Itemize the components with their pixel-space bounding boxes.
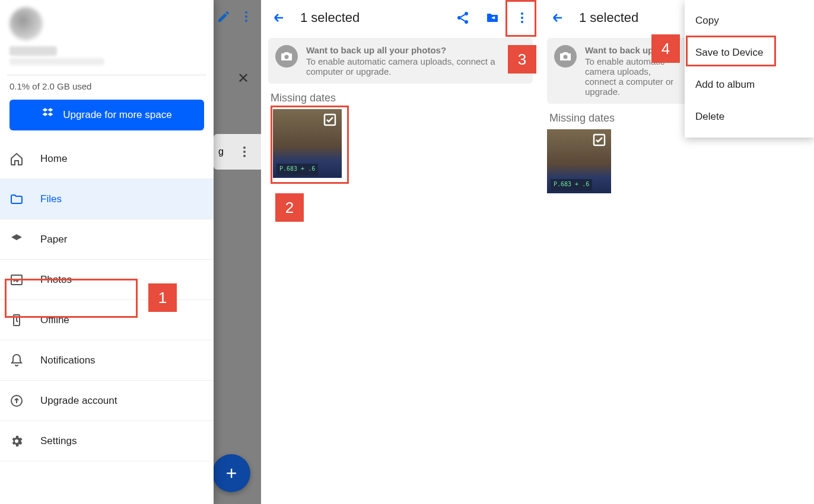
nav-home-label: Home — [40, 153, 67, 165]
move-button[interactable] — [479, 5, 505, 31]
promo-title: Want to back up all your photos? — [585, 45, 656, 55]
user-email-blurred — [9, 58, 104, 65]
panel-3-menu: 1 selected Want to back up all your phot… — [540, 0, 814, 504]
svg-point-15 — [285, 55, 289, 59]
nav-photos-label: Photos — [40, 274, 72, 286]
layers-icon — [9, 232, 24, 247]
nav-paper[interactable]: Paper — [0, 219, 214, 260]
callout-number-3: 3 — [508, 45, 536, 74]
storage-usage-text: 0.1% of 2.0 GB used — [0, 79, 214, 100]
background-dimmed: ✕ g — [214, 0, 261, 504]
fab-add[interactable]: + — [212, 454, 250, 492]
photo-thumbnail[interactable]: P.683 + .6 — [547, 129, 611, 193]
nav-offline[interactable]: Offline — [0, 300, 214, 340]
callout-number-2: 2 — [275, 193, 304, 222]
appbar: 1 selected — [261, 0, 540, 36]
drawer-header — [0, 0, 214, 69]
nav-list: Home Files Paper Photos Offline Notifica… — [0, 139, 214, 504]
menu-item-save-to-device[interactable]: Save to Device — [685, 37, 814, 69]
overflow-menu-button[interactable] — [509, 5, 535, 31]
section-missing-dates: Missing dates — [261, 90, 540, 109]
nav-home[interactable]: Home — [0, 139, 214, 179]
svg-point-3 — [243, 146, 246, 149]
back-button[interactable] — [266, 5, 292, 31]
bell-icon — [9, 353, 24, 368]
menu-item-copy[interactable]: Copy — [685, 5, 814, 37]
context-menu: Copy Save to Device Add to album Delete — [685, 0, 814, 138]
checkbox-selected-icon[interactable] — [323, 113, 338, 128]
edit-icon[interactable] — [214, 5, 234, 28]
more-vert-icon[interactable] — [236, 5, 256, 28]
nav-settings-label: Settings — [40, 435, 77, 447]
nav-photos[interactable]: Photos — [0, 260, 214, 300]
panel-2-selected: 1 selected Want to back up all your phot… — [261, 0, 540, 504]
svg-point-17 — [564, 55, 568, 59]
camera-icon — [554, 45, 577, 68]
appbar-title: 1 selected — [300, 10, 446, 25]
nav-offline-label: Offline — [40, 314, 69, 326]
svg-point-12 — [521, 12, 523, 15]
upgrade-button-label: Upgrade for more space — [63, 109, 171, 121]
upgrade-icon — [9, 394, 24, 408]
divider — [7, 75, 206, 75]
nav-upgrade[interactable]: Upgrade account — [0, 381, 214, 421]
nav-upgrade-label: Upgrade account — [40, 395, 117, 407]
svg-point-14 — [521, 21, 523, 23]
svg-rect-6 — [11, 275, 22, 285]
gear-icon — [9, 434, 24, 448]
checkbox-selected-icon[interactable] — [592, 133, 608, 148]
svg-point-13 — [521, 17, 523, 19]
svg-point-1 — [245, 15, 247, 18]
menu-item-add-to-album[interactable]: Add to album — [685, 69, 814, 101]
svg-point-2 — [245, 20, 247, 22]
promo-title: Want to back up all your photos? — [306, 45, 526, 55]
promo-subtitle: To enable automatic camera uploads, conn… — [306, 56, 526, 76]
photo-thumbnail[interactable]: P.683 + .6 — [273, 109, 342, 178]
thumbnail-overlay-text: P.683 + .6 — [276, 164, 318, 176]
nav-files[interactable]: Files — [0, 179, 214, 219]
image-icon — [9, 273, 24, 287]
home-icon — [9, 152, 24, 166]
share-button[interactable] — [450, 5, 476, 31]
row-more-icon[interactable] — [233, 140, 256, 164]
navigation-drawer: 0.1% of 2.0 GB used Upgrade for more spa… — [0, 0, 214, 504]
nav-settings[interactable]: Settings — [0, 421, 214, 461]
upgrade-button[interactable]: Upgrade for more space — [9, 100, 204, 130]
menu-item-delete[interactable]: Delete — [685, 101, 814, 133]
panel-1-drawer: ✕ g + 0.1% of 2.0 GB used Upgrade for mo… — [0, 0, 261, 504]
list-row-partial: g — [214, 134, 261, 170]
row-partial-text: g — [218, 146, 224, 157]
user-name-blurred — [9, 46, 57, 56]
svg-point-11 — [465, 20, 468, 24]
offline-icon — [9, 313, 24, 327]
avatar[interactable] — [9, 7, 43, 40]
backup-promo-banner[interactable]: Want to back up all your photos? To enab… — [268, 38, 533, 84]
svg-point-4 — [243, 151, 246, 153]
back-button[interactable] — [545, 5, 571, 31]
callout-number-1: 1 — [148, 283, 177, 312]
nav-paper-label: Paper — [40, 234, 67, 245]
svg-point-10 — [457, 16, 461, 20]
camera-icon — [275, 45, 298, 68]
nav-notifications[interactable]: Notifications — [0, 340, 214, 381]
callout-number-4: 4 — [651, 34, 680, 63]
svg-point-0 — [245, 11, 247, 14]
dropbox-icon — [42, 107, 56, 124]
svg-point-9 — [465, 12, 468, 15]
close-icon[interactable]: ✕ — [214, 70, 261, 87]
nav-files-label: Files — [40, 193, 62, 205]
svg-point-5 — [243, 155, 246, 157]
thumbnail-overlay-text: P.683 + .6 — [551, 179, 592, 191]
nav-notifications-label: Notifications — [40, 355, 96, 366]
folder-icon — [9, 192, 24, 206]
